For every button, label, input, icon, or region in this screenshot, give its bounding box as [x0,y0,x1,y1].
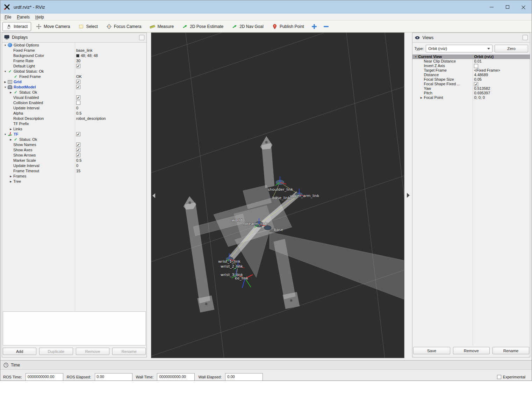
collapse-right-panel-arrow[interactable] [407,193,410,198]
tool-move-camera[interactable]: Move Camera [33,22,73,31]
tree-row[interactable]: Yaw0.513582 [412,86,530,91]
tree-row[interactable]: Default Light✓ [2,64,146,69]
add-tool-button[interactable] [309,22,319,31]
checkbox[interactable]: ✓ [76,85,80,89]
expand-arrow-icon[interactable]: ▶ [8,179,13,184]
tool-measure[interactable]: Measure [146,22,177,31]
tree-row[interactable]: Frame Rate30 [2,58,146,64]
value-text[interactable]: 0.01 [474,59,481,64]
collapse-arrow-icon[interactable]: ▼ [3,132,8,137]
views-panel-header[interactable]: Views [412,33,530,43]
3d-viewport[interactable]: worldbase_linkshoulder_linkupper_arm_lin… [151,32,404,358]
value-text[interactable]: 15 [76,168,80,174]
remove-tool-button[interactable] [321,22,331,31]
tool-select[interactable]: Select [75,22,101,31]
value-text[interactable]: 0 [76,106,78,111]
value-text[interactable]: base_link [76,48,92,53]
checkbox[interactable]: ✓ [474,82,478,86]
panel-float-button[interactable] [523,35,528,40]
rename-button[interactable]: Rename [112,348,146,355]
tree-row[interactable]: ▶Focal Point0; 0; 0 [412,95,530,100]
tree-row[interactable]: Target Frame<Fixed Frame> [412,68,530,73]
value-text[interactable]: 0.5 [76,111,81,116]
checkbox[interactable]: ✓ [76,132,80,136]
maximize-button[interactable] [499,0,516,14]
value-text[interactable]: 0 [76,163,78,168]
tree-row[interactable]: TF Prefix [2,121,146,126]
tree-row[interactable]: ▼RobotModel✓ [2,85,146,90]
checkbox[interactable]: ✓ [76,153,80,157]
tree-row[interactable]: ▶✓Status: Ok [2,90,146,95]
checkbox[interactable]: ✓ [76,80,80,84]
tree-row[interactable]: Show Axes✓ [2,147,146,153]
checkbox[interactable] [474,64,478,68]
expand-arrow-icon[interactable]: ▶ [8,137,13,142]
value-text[interactable]: 0.05 [474,77,481,82]
value-text[interactable]: Orbit (rviz) [474,55,494,59]
remove-button[interactable]: Remove [76,348,109,355]
tree-row[interactable]: Distance4.48689 [412,73,530,77]
expand-arrow-icon[interactable]: ▶ [8,90,13,95]
add-button[interactable]: Add [3,348,36,355]
tree-row[interactable]: Near Clip Distance0.01 [412,59,530,64]
expand-arrow-icon[interactable]: ▶ [419,95,424,100]
tree-row[interactable]: ▼✓Global Status: Ok [2,69,146,74]
tree-row[interactable]: Robot Descriptionrobot_description [2,116,146,121]
panel-float-button[interactable] [139,35,144,40]
tree-row[interactable]: Pitch0.695397 [412,91,530,95]
tree-row[interactable]: ▶Links [2,126,146,132]
checkbox[interactable]: ✓ [76,148,80,152]
value-text[interactable]: 30 [76,58,80,64]
value-text[interactable]: 0.695397 [474,91,490,95]
menu-file[interactable]: File [2,14,14,20]
collapse-left-panel-arrow[interactable] [152,193,155,198]
tree-row[interactable]: Show Names✓ [2,142,146,147]
tool-focus-camera[interactable]: Focus Camera [103,22,145,31]
checkbox[interactable]: ✓ [76,143,80,147]
tree-row[interactable]: Update Interval0 [2,163,146,168]
tree-row[interactable]: ▼Global Options [2,43,146,48]
value-text[interactable]: robot_description [76,116,106,121]
left-splitter[interactable] [147,32,151,360]
tree-row[interactable]: Show Arrows✓ [2,153,146,158]
value-text[interactable]: 48; 48; 48 [81,53,98,58]
tree-row[interactable]: ▶✓Status: Ok [2,137,146,142]
value-text[interactable]: 4.48689 [474,73,488,77]
expand-arrow-icon[interactable]: ▶ [3,79,8,85]
tree-row[interactable]: ▶Tree [2,179,146,184]
expand-arrow-icon[interactable]: ▶ [8,126,13,132]
minimize-button[interactable] [483,0,499,14]
value-text[interactable]: 0; 0; 0 [474,95,485,100]
collapse-arrow-icon[interactable]: ▼ [3,85,8,90]
tree-row[interactable]: Update Interval0 [2,106,146,111]
time-panel-header[interactable]: Time [0,361,532,370]
menu-help[interactable]: Help [33,14,47,20]
tree-row[interactable]: Fixed Framebase_link [2,48,146,53]
value-text[interactable]: OK [76,74,82,79]
tool-interact[interactable]: Interact [2,22,31,31]
tree-row[interactable]: ▼TF✓ [2,132,146,137]
value-text[interactable]: 0.5 [76,158,81,163]
displays-panel-header[interactable]: Displays [2,33,146,43]
value-text[interactable]: <Fixed Frame> [474,68,500,73]
tree-row[interactable]: Focal Shape Fixed ...✓ [412,82,530,86]
tree-row[interactable]: Visual Enabled✓ [2,95,146,100]
save-view-button[interactable]: Save [413,347,450,354]
tree-row[interactable]: ▼Current ViewOrbit (rviz) [412,55,530,59]
tree-row[interactable]: Marker Scale0.5 [2,158,146,163]
collapse-arrow-icon[interactable]: ▼ [3,69,8,74]
tree-row[interactable]: ✓Fixed FrameOK [2,74,146,79]
duplicate-button[interactable]: Duplicate [39,348,73,355]
view-type-select[interactable]: Orbit (rviz) [426,45,493,52]
tool-publish-point[interactable]: Publish Point [268,22,308,31]
tree-row[interactable]: ▶Frames [2,174,146,179]
tree-row[interactable]: Alpha0.5 [2,111,146,116]
collapse-arrow-icon[interactable]: ▼ [413,55,418,59]
tree-row[interactable]: Collision Enabled [2,100,146,106]
checkbox[interactable]: ✓ [76,64,80,68]
tool-2d-pose-estimate[interactable]: 2D Pose Estimate [179,22,227,31]
titlebar[interactable]: urdf.rviz* - RViz [0,0,532,14]
right-splitter[interactable] [404,32,412,360]
expand-arrow-icon[interactable]: ▶ [8,174,13,179]
tree-row[interactable]: Frame Timeout15 [2,168,146,174]
